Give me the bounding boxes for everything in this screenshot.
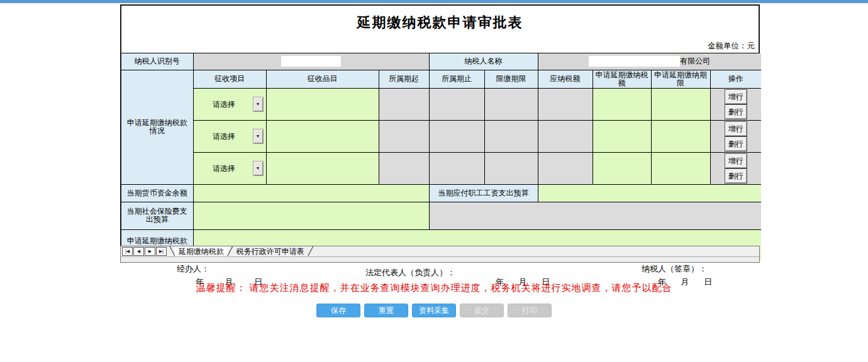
- delete-row-button-2[interactable]: 删行: [725, 136, 747, 151]
- deferred-amount-input-2[interactable]: [593, 120, 651, 152]
- amount-unit-note: 金额单位：元: [708, 41, 755, 52]
- data-collection-button[interactable]: 资料采集: [412, 304, 456, 317]
- payment-deadline-cell-3: [484, 152, 538, 184]
- prev-tab-icon[interactable]: ◀: [133, 247, 144, 256]
- col-header-deferred-deadline: 申请延期缴纳期限: [651, 70, 710, 88]
- levy-sub-item-input-3[interactable]: [266, 152, 379, 184]
- print-button[interactable]: 打印: [508, 304, 552, 317]
- tax-payable-cell-3: [538, 152, 593, 184]
- social-insurance-readonly-cell: [429, 202, 761, 229]
- col-header-operation: 操作: [710, 70, 761, 88]
- reminder-text: 温馨提醒： 请您关注消息提醒，并在业务查询模块查询办理进度，税务机关将进行实地调…: [0, 282, 868, 294]
- salary-budget-input[interactable]: [538, 184, 761, 202]
- col-header-payment-deadline: 限缴期限: [484, 70, 538, 88]
- levy-item-select-2-value: 请选择: [196, 128, 253, 145]
- taxpayer-row: 纳税人识别号 纳税人名称 有限公司: [121, 53, 761, 70]
- tax-payable-cell-2: [538, 120, 593, 152]
- last-tab-icon[interactable]: ▶|: [156, 247, 167, 256]
- deferred-deadline-input-3[interactable]: [651, 152, 710, 184]
- form-title-area: 延期缴纳税款申请审批表 金额单位：元: [121, 6, 759, 53]
- period-start-cell-1: [379, 88, 429, 120]
- page: 延期缴纳税款申请审批表 金额单位：元 纳税人识别号 纳税人名称 有限公: [0, 0, 868, 362]
- taxpayer-name-label: 纳税人名称: [429, 53, 538, 70]
- sheet-tabs: ╲ 延期缴纳税款 ╱ 税务行政许可申请表 ╱: [170, 246, 313, 256]
- money-balance-input[interactable]: [193, 184, 429, 202]
- levy-sub-item-input-1[interactable]: [266, 88, 379, 120]
- tax-form-panel: 延期缴纳税款申请审批表 金额单位：元 纳税人识别号 纳税人名称 有限公: [120, 4, 760, 246]
- deferred-amount-input-1[interactable]: [593, 88, 651, 120]
- taxpayer-id-value: [193, 53, 429, 70]
- taxpayer-name-value: 有限公司: [538, 53, 761, 70]
- col-header-period-end: 所属期止: [429, 70, 484, 88]
- col-header-levy-item: 征收项目: [193, 70, 266, 88]
- tab-admin-license-form[interactable]: 税务行政许可申请表: [233, 246, 308, 256]
- agent-signature-label: 经办人：: [177, 263, 209, 275]
- delete-row-button-1[interactable]: 删行: [725, 104, 747, 119]
- period-end-cell-2: [429, 120, 484, 152]
- tab-edge: ╱: [228, 246, 233, 256]
- col-header-deferred-amount: 申请延期缴纳税额: [593, 70, 651, 88]
- period-end-cell-3: [429, 152, 484, 184]
- col-header-levy-sub-item: 征收品目: [266, 70, 379, 88]
- next-tab-icon[interactable]: ▶: [145, 247, 155, 256]
- delete-row-button-3[interactable]: 删行: [725, 168, 747, 184]
- chevron-down-icon[interactable]: ▼: [253, 97, 264, 112]
- sheet-tab-bar: |◀ ◀ ▶ ▶| ╲ 延期缴纳税款 ╱ 税务行政许可申请表 ╱: [120, 246, 760, 263]
- chevron-down-icon[interactable]: ▼: [253, 129, 264, 144]
- chevron-down-icon[interactable]: ▼: [253, 161, 264, 176]
- deferred-deadline-input-1[interactable]: [651, 88, 710, 120]
- column-header-row: 申请延期缴纳税款情况 征收项目 征收品目 所属期起 所属期止 限缴期限 应纳税额…: [121, 70, 761, 88]
- social-insurance-row: 当期社会保险费支出预算: [121, 202, 761, 229]
- salary-budget-label: 当期应付职工工资支出预算: [429, 184, 538, 202]
- deferred-deadline-input-2[interactable]: [651, 120, 710, 152]
- submit-button[interactable]: 提交: [460, 304, 504, 317]
- tax-item-row-3: 请选择 ▼ 增行删行: [121, 152, 761, 184]
- legal-rep-signature-label: 法定代表人（负责人）：: [365, 267, 455, 278]
- save-button[interactable]: 保存: [316, 304, 360, 317]
- page-title: 延期缴纳税款申请审批表: [121, 13, 759, 32]
- tab-edge: ╱: [308, 246, 313, 256]
- top-accent-bar: [0, 0, 868, 3]
- tax-item-row-1: 请选择 ▼ 增行删行: [121, 88, 761, 120]
- tax-item-row-2: 请选择 ▼ 增行删行: [121, 120, 761, 152]
- tab-bar-lower-strip: [121, 257, 759, 262]
- payment-deadline-cell-1: [484, 88, 538, 120]
- tax-form-table: 纳税人识别号 纳税人名称 有限公司 申请延期缴纳税款情况 征收项目 征收品目 所…: [121, 53, 761, 261]
- money-balance-row: 当期货币资金余额 当期应付职工工资支出预算: [121, 184, 761, 202]
- tab-deferred-tax[interactable]: 延期缴纳税款: [175, 246, 228, 256]
- payment-deadline-cell-2: [484, 120, 538, 152]
- col-header-tax-payable: 应纳税额: [538, 70, 593, 88]
- taxpayer-id-label: 纳税人识别号: [121, 53, 193, 70]
- tab-nav-buttons: |◀ ◀ ▶ ▶|: [122, 247, 167, 256]
- add-row-button-2[interactable]: 增行: [725, 121, 747, 136]
- levy-item-select-1[interactable]: 请选择 ▼: [196, 96, 264, 112]
- levy-item-select-2[interactable]: 请选择 ▼: [196, 128, 264, 145]
- period-end-cell-1: [429, 88, 484, 120]
- levy-item-select-3-value: 请选择: [196, 160, 253, 177]
- levy-item-select-1-value: 请选择: [196, 96, 253, 112]
- tab-edge: ╲: [170, 246, 175, 256]
- levy-item-select-3[interactable]: 请选择 ▼: [196, 160, 264, 177]
- redacted-taxpayer-name: [589, 56, 680, 67]
- social-insurance-input[interactable]: [193, 202, 429, 229]
- period-start-cell-2: [379, 120, 429, 152]
- situation-label: 申请延期缴纳税款情况: [121, 70, 193, 184]
- redacted-taxpayer-id: [281, 56, 341, 67]
- add-row-button-1[interactable]: 增行: [725, 89, 747, 104]
- col-header-period-start: 所属期起: [379, 70, 429, 88]
- deferred-amount-input-3[interactable]: [593, 152, 651, 184]
- action-button-row: 保存 重置 资料采集 提交 打印: [0, 304, 868, 317]
- social-insurance-label: 当期社会保险费支出预算: [121, 202, 193, 229]
- levy-sub-item-input-2[interactable]: [266, 120, 379, 152]
- taxpayer-name-suffix: 有限公司: [680, 57, 710, 65]
- add-row-button-3[interactable]: 增行: [725, 153, 747, 168]
- tax-payable-cell-1: [538, 88, 593, 120]
- first-tab-icon[interactable]: |◀: [122, 247, 133, 256]
- period-start-cell-3: [379, 152, 429, 184]
- taxpayer-seal-label: 纳税人（签章）：: [642, 263, 707, 275]
- reset-button[interactable]: 重置: [364, 304, 408, 317]
- money-balance-label: 当期货币资金余额: [121, 184, 193, 202]
